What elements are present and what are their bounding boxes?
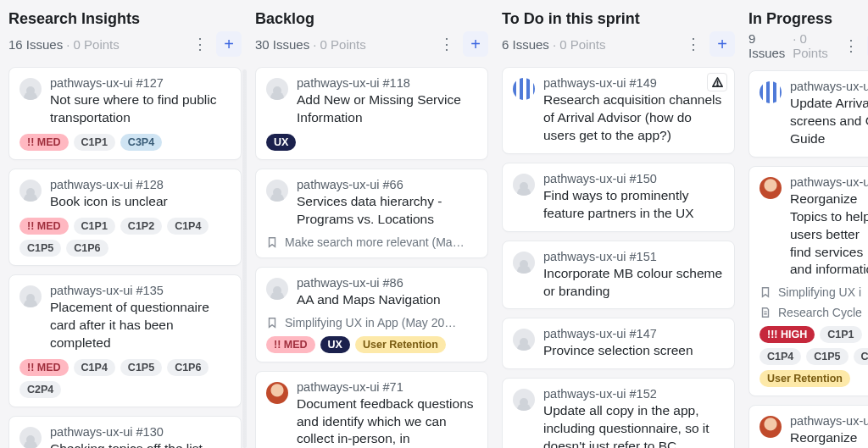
assignee-avatar[interactable] — [513, 389, 535, 411]
label-pill[interactable]: !!! HIGH — [760, 326, 815, 343]
label-pill[interactable]: C1P1 — [820, 326, 861, 343]
card-reference[interactable]: pathways-ux-ui #71 — [297, 380, 477, 394]
column-actions — [434, 31, 488, 57]
assignee-avatar[interactable] — [513, 329, 535, 351]
card-reference[interactable]: pathways-ux-ui #130 — [50, 425, 231, 439]
add-card-button[interactable] — [216, 31, 242, 57]
assignee-avatar[interactable] — [266, 382, 288, 404]
card[interactable]: pathways-ux-ui #149Research acquisition … — [502, 67, 735, 154]
card-reference[interactable]: pathways-ux-ui — [790, 414, 868, 428]
card-meta[interactable]: Simplifying UX i — [760, 285, 868, 299]
card-reference[interactable]: pathways-ux-ui #150 — [543, 172, 724, 185]
card-main: pathways-ux-ui #135Placement of question… — [50, 284, 231, 352]
card-reference[interactable]: pathways-ux-ui #147 — [543, 327, 724, 340]
card-reference[interactable]: pathways-ux-ui #128 — [50, 178, 231, 191]
column-issue-count: 6 Issues — [502, 37, 549, 52]
card[interactable]: pathways-ux-ui #152Update all copy in th… — [502, 378, 735, 448]
column-menu-button[interactable] — [838, 33, 864, 58]
label-pill[interactable]: C — [854, 348, 868, 365]
label-pill[interactable]: C1P1 — [74, 134, 115, 151]
label-pill[interactable]: !! MED — [19, 359, 69, 376]
card[interactable]: pathways-ux-ui #86AA and Maps Navigation… — [255, 267, 488, 362]
assignee-avatar[interactable] — [513, 174, 535, 196]
plus-icon — [224, 36, 234, 53]
card-meta[interactable]: Make search more relevant (Ma… — [266, 235, 477, 249]
card[interactable]: pathways-ux-ui #135Placement of question… — [8, 274, 242, 407]
assignee-avatar[interactable] — [513, 78, 535, 100]
label-pill[interactable]: C2P4 — [19, 381, 61, 398]
label-pill[interactable]: C1P4 — [74, 359, 115, 376]
card-reference[interactable]: pathways-ux-ui #151 — [543, 250, 724, 263]
scrollbar[interactable] — [242, 69, 247, 448]
label-pill[interactable]: !! MED — [266, 336, 315, 353]
card[interactable]: pathways-ux-ui #118Add New or Missing Se… — [255, 67, 488, 160]
assignee-avatar[interactable] — [19, 427, 42, 448]
card[interactable]: pathways-ux-ui #130Checking topics off t… — [8, 416, 242, 448]
card-reference[interactable]: pathways-ux-ui #127 — [50, 76, 231, 90]
label-pill[interactable]: C3P4 — [120, 134, 162, 151]
label-pill[interactable]: C1P1 — [74, 218, 115, 235]
assignee-avatar[interactable] — [760, 177, 782, 199]
card[interactable]: pathways-ux-ui Reorganize app homepage/p… — [748, 405, 868, 448]
column-menu-button[interactable] — [434, 31, 459, 57]
card-meta[interactable]: Simplifying UX in App (May 20… — [266, 316, 477, 329]
card-reference[interactable]: pathways-ux-ui #152 — [543, 387, 724, 401]
card[interactable]: pathways-ux-ui #66Services data hierarch… — [255, 169, 488, 258]
label-pill[interactable]: !! MED — [19, 134, 69, 151]
card-reference[interactable]: pathways-ux-ui — [790, 80, 868, 93]
assignee-avatar[interactable] — [760, 416, 782, 438]
card-title: AA and Maps Navigation — [297, 291, 477, 309]
card-title: Update Arrival screens and C Guide — [790, 95, 868, 148]
card-reference[interactable]: pathways-ux-ui #135 — [50, 284, 231, 297]
card[interactable]: pathways-ux-ui #147Province selection sc… — [502, 318, 735, 369]
card[interactable]: pathways-ux-ui #151Incorporate MB colour… — [502, 241, 735, 310]
add-card-button[interactable] — [463, 31, 488, 57]
card-reference[interactable]: pathways-ux-ui #86 — [297, 276, 477, 290]
label-pill[interactable]: C1P4 — [167, 218, 209, 235]
label-pill[interactable]: UX — [320, 336, 350, 353]
card-number: #86 — [383, 276, 403, 290]
column-menu-button[interactable] — [187, 31, 213, 57]
label-pill[interactable]: C1P4 — [760, 348, 801, 365]
card[interactable]: pathways-ux-ui #71Document feedback ques… — [255, 371, 488, 448]
card-reference[interactable]: pathways-ux-ui #149 — [543, 76, 724, 90]
kanban-board: Research Insights16 Issues· 0 Pointspath… — [0, 0, 868, 448]
label-pill[interactable]: User Retention — [355, 336, 446, 353]
add-card-button[interactable] — [709, 31, 735, 57]
assignee-avatar[interactable] — [19, 180, 42, 202]
card-reference[interactable]: pathways-ux-ui #66 — [297, 178, 477, 191]
column-menu-button[interactable] — [681, 31, 706, 57]
label-pill[interactable]: UX — [266, 134, 296, 151]
doc-icon — [760, 307, 771, 318]
card-meta[interactable]: Research Cycle — [760, 306, 868, 319]
card[interactable]: pathways-ux-ui #128Book icon is unclear!… — [8, 169, 242, 266]
card-number: #66 — [383, 178, 403, 191]
label-pill[interactable]: User Retention — [760, 370, 850, 387]
label-pill[interactable]: C1P6 — [167, 359, 209, 376]
card-number: #149 — [630, 76, 657, 90]
card[interactable]: pathways-ux-ui Update Arrival screens an… — [748, 70, 868, 158]
card-reference[interactable]: pathways-ux-ui #118 — [297, 76, 477, 90]
label-pill[interactable]: C1P5 — [19, 240, 61, 257]
assignee-avatar[interactable] — [266, 180, 288, 202]
card[interactable]: pathways-ux-ui #127Not sure where to fin… — [8, 67, 242, 160]
card-repo: pathways-ux-ui — [543, 387, 626, 401]
card[interactable]: pathways-ux-ui #150Find ways to prominen… — [502, 163, 735, 232]
label-pill[interactable]: !! MED — [19, 218, 69, 235]
label-pill[interactable]: C1P5 — [120, 359, 162, 376]
label-pill[interactable]: C1P2 — [120, 218, 162, 235]
card-title: Research acquisition channels of Arrival… — [543, 91, 724, 145]
assignee-avatar[interactable] — [19, 285, 42, 307]
assignee-avatar[interactable] — [19, 78, 42, 100]
card[interactable]: pathways-ux-ui Reorganize Topics to help… — [748, 166, 868, 397]
card-repo: pathways-ux-ui — [50, 284, 133, 297]
assignee-avatar[interactable] — [760, 81, 782, 103]
assignee-avatar[interactable] — [266, 278, 288, 300]
column-points: · 0 Points — [66, 37, 120, 52]
assignee-avatar[interactable] — [513, 252, 535, 274]
card-reference[interactable]: pathways-ux-ui — [790, 175, 868, 189]
label-pill[interactable]: C1P6 — [66, 240, 108, 257]
label-pill[interactable]: C1P5 — [806, 348, 848, 365]
assignee-avatar[interactable] — [266, 78, 288, 100]
column-actions — [838, 33, 868, 58]
